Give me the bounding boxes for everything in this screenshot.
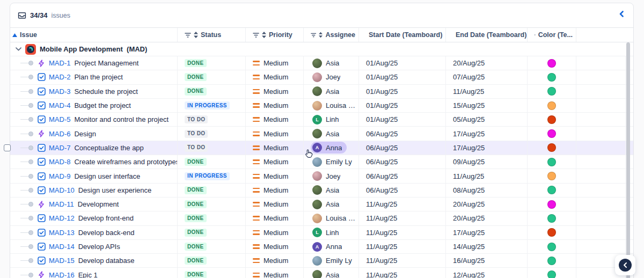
start-date-cell[interactable]: 01/Aug/25 (359, 99, 446, 112)
column-header-issue[interactable]: Issue (10, 28, 178, 42)
priority-cell[interactable]: Medium (246, 211, 304, 225)
status-cell[interactable]: DONE (178, 184, 246, 197)
priority-cell[interactable]: Medium (246, 127, 304, 140)
end-date-cell[interactable]: 17/Aug/25 (446, 127, 528, 140)
status-cell[interactable]: DONE (178, 197, 246, 211)
color-cell[interactable] (528, 197, 576, 211)
issue-row[interactable]: MAD-2 Plan the project DONE Medium Joey … (10, 70, 633, 84)
issue-key-link[interactable]: MAD-4 (49, 101, 70, 109)
status-cell[interactable]: TO DO (178, 141, 246, 155)
end-date-cell[interactable]: 17/Aug/25 (446, 141, 528, 155)
color-cell[interactable] (528, 155, 576, 169)
color-cell[interactable] (528, 184, 576, 197)
issue-key-link[interactable]: MAD-9 (49, 172, 70, 180)
color-cell[interactable] (528, 113, 576, 126)
status-cell[interactable]: DONE (178, 211, 246, 225)
drag-handle-dot[interactable] (28, 75, 33, 79)
column-header-end-date[interactable]: End Date (Teamboard) (446, 28, 528, 42)
status-cell[interactable]: TO DO (178, 113, 246, 126)
issue-row[interactable]: MAD-9 Design user interface IN PROGRESS … (10, 169, 633, 183)
end-date-cell[interactable]: 14/Aug/25 (446, 240, 528, 253)
end-date-cell[interactable]: 11/Aug/25 (446, 169, 528, 182)
issue-key-link[interactable]: MAD-8 (49, 158, 70, 166)
priority-cell[interactable]: Medium (246, 268, 304, 278)
assignee-cell[interactable]: L Linh (304, 113, 359, 126)
end-date-cell[interactable]: 08/Aug/25 (446, 184, 528, 197)
assignee-cell[interactable]: A Anna (304, 141, 359, 155)
assignee-cell[interactable]: Asia (304, 85, 359, 98)
issue-row[interactable]: MAD-12 Develop front-end DONE Medium Lou… (10, 211, 633, 225)
issue-row[interactable]: MAD-10 Design user experience DONE Mediu… (10, 184, 633, 197)
priority-cell[interactable]: Medium (246, 169, 304, 182)
end-date-cell[interactable]: 09/Aug/25 (446, 155, 528, 169)
project-group-row[interactable]: Mobile App Development (MAD) (10, 42, 633, 56)
priority-cell[interactable]: Medium (246, 155, 304, 169)
vertical-scrollbar[interactable] (626, 42, 630, 278)
color-cell[interactable] (528, 211, 576, 225)
end-date-cell[interactable]: 16/Aug/25 (446, 254, 528, 267)
issue-row[interactable]: MAD-11 Development DONE Medium Asia 11/A… (10, 197, 633, 211)
priority-cell[interactable]: Medium (246, 197, 304, 211)
issue-row[interactable]: MAD-7 Conceptualize the app TO DO Medium… (10, 141, 633, 155)
color-cell[interactable] (528, 99, 576, 112)
column-header-priority[interactable]: Priority (246, 28, 304, 42)
issue-key-link[interactable]: MAD-12 (49, 214, 75, 222)
start-date-cell[interactable]: 11/Aug/25 (359, 211, 446, 225)
status-cell[interactable]: DONE (178, 226, 246, 239)
color-cell[interactable] (528, 56, 576, 70)
issue-key-link[interactable]: MAD-15 (49, 257, 75, 265)
status-cell[interactable]: IN PROGRESS (178, 169, 246, 182)
assignee-cell[interactable]: Asia (304, 184, 359, 197)
priority-cell[interactable]: Medium (246, 240, 304, 253)
drag-handle-dot[interactable] (28, 273, 33, 277)
issue-key-link[interactable]: MAD-3 (49, 87, 70, 96)
end-date-cell[interactable]: 07/Aug/25 (446, 70, 528, 84)
drag-handle-dot[interactable] (28, 61, 33, 65)
drag-handle-dot[interactable] (28, 230, 33, 235)
start-date-cell[interactable]: 01/Aug/25 (359, 56, 446, 70)
drag-handle-dot[interactable] (28, 244, 33, 249)
drag-handle-dot[interactable] (28, 159, 33, 164)
priority-cell[interactable]: Medium (246, 254, 304, 267)
issue-row[interactable]: MAD-14 Develop APIs DONE Medium A Anna 1… (10, 240, 633, 254)
priority-cell[interactable]: Medium (246, 56, 304, 70)
assignee-cell[interactable]: Asia (304, 268, 359, 278)
end-date-cell[interactable]: 20/Aug/25 (446, 56, 528, 70)
priority-cell[interactable]: Medium (246, 99, 304, 112)
status-cell[interactable]: DONE (178, 268, 246, 278)
status-cell[interactable]: DONE (178, 70, 246, 84)
assignee-cell[interactable]: Asia (304, 127, 359, 140)
color-cell[interactable] (528, 141, 576, 155)
assignee-cell[interactable]: Emily Ly (304, 254, 359, 267)
drag-handle-dot[interactable] (28, 174, 33, 179)
chevron-down-icon[interactable] (16, 47, 21, 51)
color-cell[interactable] (528, 240, 576, 253)
priority-cell[interactable]: Medium (246, 85, 304, 98)
issue-key-link[interactable]: MAD-16 (49, 271, 75, 278)
priority-cell[interactable]: Medium (246, 113, 304, 126)
expand-timeline-button[interactable] (615, 255, 635, 275)
column-header-start-date[interactable]: Start Date (Teamboard) (359, 28, 446, 42)
issue-key-link[interactable]: MAD-11 (49, 200, 74, 208)
start-date-cell[interactable]: 06/Aug/25 (359, 184, 446, 197)
color-cell[interactable] (528, 226, 576, 239)
color-cell[interactable] (528, 85, 576, 98)
drag-handle-dot[interactable] (28, 103, 33, 108)
issue-row[interactable]: MAD-1 Project Management DONE Medium Asi… (10, 56, 633, 70)
issue-row[interactable]: MAD-15 Develop database DONE Medium Emil… (10, 254, 633, 268)
start-date-cell[interactable]: 11/Aug/25 (359, 197, 446, 211)
end-date-cell[interactable]: 15/Aug/25 (446, 99, 528, 112)
start-date-cell[interactable]: 11/Aug/25 (359, 254, 446, 267)
issue-row[interactable]: MAD-8 Create wireframes and prototypes D… (10, 155, 633, 169)
end-date-cell[interactable]: 20/Aug/25 (446, 197, 528, 211)
issue-key-link[interactable]: MAD-10 (49, 186, 75, 194)
issue-row[interactable]: MAD-3 Schedule the project DONE Medium A… (10, 85, 633, 99)
status-cell[interactable]: DONE (178, 56, 246, 70)
assignee-cell[interactable]: L Linh (304, 226, 359, 239)
issue-key-link[interactable]: MAD-6 (49, 130, 70, 138)
issue-key-link[interactable]: MAD-13 (49, 229, 75, 237)
status-cell[interactable]: DONE (178, 85, 246, 98)
color-cell[interactable] (528, 127, 576, 140)
start-date-cell[interactable]: 01/Aug/25 (359, 113, 446, 126)
drag-handle-dot[interactable] (28, 188, 33, 193)
